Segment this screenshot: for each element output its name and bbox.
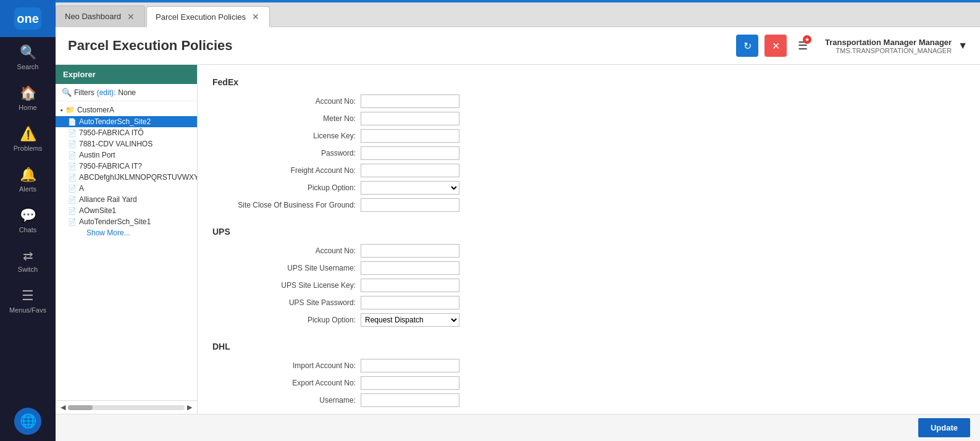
fedex-meter-no-label: Meter No:	[212, 114, 361, 123]
sidebar-item-label: Switch	[18, 266, 38, 273]
scroll-left-arrow[interactable]: ◀	[61, 403, 65, 411]
ups-site-username-row: UPS Site Username:	[212, 261, 965, 275]
user-avatar[interactable]: 🌐	[14, 408, 41, 435]
show-more-link[interactable]: Show More...	[56, 227, 197, 238]
ups-site-license-key-label: UPS Site License Key:	[212, 281, 361, 290]
fedex-license-key-input[interactable]	[361, 129, 459, 143]
update-button[interactable]: Update	[918, 418, 970, 437]
fedex-meter-no-input[interactable]	[361, 112, 459, 125]
tree-item-label: Austin Port	[79, 151, 115, 159]
ups-site-username-input[interactable]	[361, 261, 459, 275]
dhl-export-account-label: Export Account No:	[212, 379, 361, 387]
scroll-thumb	[68, 405, 93, 410]
tab-close-neo-dashboard[interactable]: ✕	[126, 12, 136, 22]
tree-item-label: AOwnSite1	[79, 206, 116, 215]
tree-item-label: AutoTenderSch_Site2	[79, 117, 151, 126]
file-icon: 📄	[68, 151, 77, 159]
ups-site-password-label: UPS Site Password:	[212, 298, 361, 307]
fedex-freight-account-input[interactable]	[361, 164, 459, 177]
tab-close-parcel-execution[interactable]: ✕	[251, 12, 261, 22]
tree-item-aownsite1[interactable]: 📄 AOwnSite1	[56, 205, 197, 216]
dhl-title: DHL	[212, 342, 965, 351]
ups-account-no-label: Account No:	[212, 246, 361, 255]
fedex-password-input[interactable]	[361, 146, 459, 160]
ups-pickup-option-label: Pickup Option:	[212, 316, 361, 324]
tree-item-fabrica-it2[interactable]: 📄 7950-FABRICA IT?	[56, 161, 197, 172]
fedex-account-no-label: Account No:	[212, 97, 361, 106]
sidebar-item-menus[interactable]: ☰ Menus/Favs	[0, 280, 56, 321]
file-icon: 📄	[68, 207, 77, 215]
user-info: Transportation Manager Manager TMS.TRANS…	[825, 38, 952, 54]
app-logo[interactable]: one	[0, 0, 56, 37]
switch-icon: ⇄	[23, 248, 33, 263]
dhl-import-account-input[interactable]	[361, 359, 459, 372]
dhl-username-input[interactable]	[361, 393, 459, 407]
sidebar-item-home[interactable]: 🏠 Home	[0, 78, 56, 119]
dhl-username-row: Username:	[212, 393, 965, 407]
dhl-import-account-label: Import Account No:	[212, 361, 361, 370]
filters-label: Filters	[74, 88, 94, 97]
filters-edit[interactable]: (edit):	[97, 88, 116, 97]
tree-item-cdv-valinhos[interactable]: 📄 7881-CDV VALINHOS	[56, 138, 197, 149]
horizontal-scroll[interactable]: ◀ ▶	[56, 400, 197, 414]
sidebar-item-problems[interactable]: ⚠️ Problems	[0, 119, 56, 159]
tab-neo-dashboard[interactable]: Neo Dashboard ✕	[56, 6, 145, 27]
explorer-tree: ▪ 📁 CustomerA 📄 AutoTenderSch_Site2 📄 79…	[56, 101, 197, 400]
ups-pickup-option-select[interactable]: Request Dispatch Drop Box Regular Pickup	[361, 313, 459, 327]
tree-item-alliance-rail[interactable]: 📄 Alliance Rail Yard	[56, 194, 197, 205]
tree-folder-customerA[interactable]: ▪ 📁 CustomerA	[56, 104, 197, 116]
dhl-section: DHL Import Account No: Export Account No…	[212, 342, 965, 407]
ups-account-no-row: Account No:	[212, 244, 965, 258]
menu-icon: ☰	[22, 288, 34, 304]
explorer-header: Explorer	[56, 65, 197, 84]
dhl-export-account-input[interactable]	[361, 376, 459, 390]
tree-item-label: Alliance Rail Yard	[79, 195, 137, 204]
sidebar-item-alerts[interactable]: 🔔 Alerts	[0, 159, 56, 200]
right-content: FedEx Account No: Meter No: License Key:	[198, 65, 980, 414]
file-icon: 📄	[68, 218, 77, 226]
fedex-meter-no-row: Meter No:	[212, 112, 965, 125]
tab-bar: Neo Dashboard ✕ Parcel Execution Policie…	[56, 2, 980, 27]
bell-icon: 🔔	[20, 167, 36, 183]
ups-account-no-input[interactable]	[361, 244, 459, 258]
menu-button[interactable]: ☰ ★	[793, 36, 813, 55]
ups-site-license-key-input[interactable]	[361, 279, 459, 292]
tab-parcel-execution[interactable]: Parcel Execution Policies ✕	[146, 6, 270, 27]
ups-section: UPS Account No: UPS Site Username: UPS S…	[212, 227, 965, 327]
fedex-license-key-row: License Key:	[212, 129, 965, 143]
fedex-account-no-input[interactable]	[361, 94, 459, 108]
file-icon: 📄	[68, 118, 77, 126]
sidebar-item-switch[interactable]: ⇄ Switch	[0, 241, 56, 280]
tree-item-a[interactable]: 📄 A	[56, 183, 197, 194]
tree-item-abcdef[interactable]: 📄 ABCDefghIJKLMNOPQRSTUVWXY	[56, 172, 197, 183]
close-button[interactable]: ✕	[764, 35, 787, 57]
tree-item-autotendersch-site2[interactable]: 📄 AutoTenderSch_Site2	[56, 116, 197, 127]
content-area: Parcel Execution Policies ↻ ✕ ☰ ★ Transp…	[56, 27, 980, 441]
file-icon: 📄	[68, 174, 77, 182]
file-icon: 📄	[68, 196, 77, 204]
tree-item-autotendersch-site1[interactable]: 📄 AutoTenderSch_Site1	[56, 216, 197, 227]
ups-site-password-input[interactable]	[361, 296, 459, 309]
file-icon: 📄	[68, 129, 77, 137]
fedex-pickup-option-select[interactable]: Drop Box Regular Pickup Request Courier	[361, 181, 459, 195]
ups-pickup-option-row: Pickup Option: Request Dispatch Drop Box…	[212, 313, 965, 327]
sidebar-item-chats[interactable]: 💬 Chats	[0, 200, 56, 241]
home-icon: 🏠	[20, 85, 36, 101]
explorer-panel: Explorer 🔍 Filters (edit): None ▪ 📁 Cust…	[56, 65, 198, 414]
tree-item-label: 7881-CDV VALINHOS	[79, 140, 153, 148]
tree-item-label: 7950-FABRICA IT?	[79, 162, 142, 170]
sidebar-item-label: Problems	[14, 145, 42, 152]
page-title: Parcel Execution Policies	[68, 38, 730, 54]
tab-label: Neo Dashboard	[65, 12, 121, 21]
sidebar-item-search[interactable]: 🔍 Search	[0, 37, 56, 78]
dhl-import-account-row: Import Account No:	[212, 359, 965, 372]
scroll-right-arrow[interactable]: ▶	[187, 403, 192, 411]
refresh-button[interactable]: ↻	[736, 35, 758, 57]
tree-item-austin-port[interactable]: 📄 Austin Port	[56, 149, 197, 161]
tree-item-fabrica-it1[interactable]: 📄 7950-FABRICA ITÔ	[56, 127, 197, 138]
fedex-site-close-input[interactable]	[361, 198, 459, 212]
sidebar-item-label: Alerts	[19, 185, 36, 193]
file-icon: 📄	[68, 185, 77, 193]
user-dropdown-button[interactable]: ▼	[958, 40, 968, 51]
fedex-freight-account-row: Freight Account No:	[212, 164, 965, 177]
